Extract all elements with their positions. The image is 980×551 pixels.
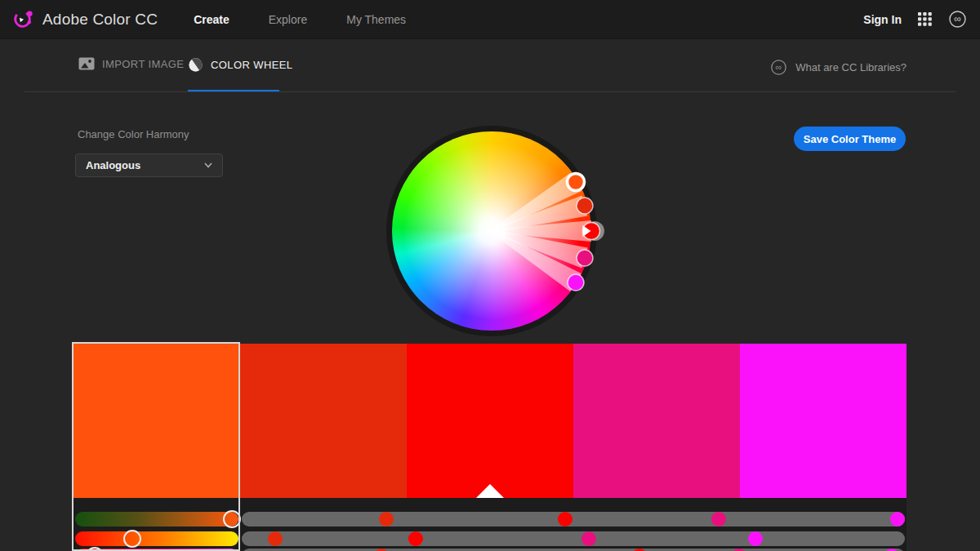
wheel-marker-5[interactable] [568,274,584,291]
wheel-marker-1[interactable] [568,174,585,191]
nav-item-explore[interactable]: Explore [269,13,307,26]
slider-dot-handle[interactable] [711,512,726,527]
slider-ring-handle[interactable] [223,510,241,528]
slider-dot-handle[interactable] [581,531,596,546]
harmony-dropdown[interactable]: Analogous [75,153,223,177]
swatch-3-base[interactable] [407,344,573,498]
color-wheel[interactable] [369,109,614,353]
cc-libraries-help-label: What are CC Libraries? [795,61,906,73]
tab-import-image-label: IMPORT IMAGE [102,58,184,70]
swatch-5[interactable] [740,344,906,498]
slider-panel [74,498,906,551]
theme-swatch-row [74,344,906,498]
slider-dot-handle[interactable] [408,531,423,546]
slider-track-row1[interactable] [242,512,905,527]
tab-color-wheel-label: COLOR WHEEL [211,59,292,71]
slider-dot-handle[interactable] [890,512,905,527]
slider-dot-handle[interactable] [558,512,572,527]
harmony-label: Change Color Harmony [78,128,189,140]
tab-divider [24,91,956,92]
svg-text:∞: ∞ [954,13,961,24]
slider-track-col1-row1[interactable] [75,512,238,527]
slider-dot-handle[interactable] [748,531,763,546]
creative-cloud-outline-icon: ∞ [770,59,787,76]
app-title: Adobe Color CC [42,11,158,29]
slider-row-2 [74,531,906,546]
wheel-marker-2[interactable] [577,198,593,214]
nav-item-create[interactable]: Create [194,13,229,26]
main-nav: Create Explore My Themes [194,13,406,26]
adobe-color-logo-icon[interactable] [11,8,33,30]
swatch-1[interactable] [74,344,240,498]
slider-ring-handle[interactable] [123,530,141,548]
swatch-4[interactable] [573,344,740,498]
sign-in-link[interactable]: Sign In [863,13,902,26]
svg-text:∞: ∞ [776,62,782,72]
nav-item-my-themes[interactable]: My Themes [346,13,406,26]
slider-dot-handle[interactable] [268,531,283,546]
slider-dot-handle[interactable] [379,512,394,527]
tab-import-image[interactable]: IMPORT IMAGE [78,57,184,70]
color-wheel-icon [188,57,203,73]
header-right: Sign In ∞ [863,10,980,29]
header-bar: Adobe Color CC Create Explore My Themes … [0,0,980,39]
cc-libraries-help-link[interactable]: ∞ What are CC Libraries? [770,59,906,76]
slider-ring-handle[interactable] [86,547,104,551]
base-color-pointer [476,484,504,498]
app-grid-icon[interactable] [918,12,932,26]
harmony-selected-value: Analogous [86,159,204,171]
tab-color-wheel[interactable]: COLOR WHEEL [188,57,292,73]
save-color-theme-button[interactable]: Save Color Theme [794,127,906,151]
creative-cloud-icon[interactable]: ∞ [948,10,967,29]
adobe-color-app: Adobe Color CC Create Explore My Themes … [0,0,980,551]
image-icon [78,57,95,70]
swatch-2[interactable] [240,344,407,498]
slider-track-col1-row2[interactable] [75,531,238,546]
slider-track-row2[interactable] [242,531,905,546]
chevron-down-icon [204,162,212,168]
slider-row-1 [74,512,906,527]
tab-bar: IMPORT IMAGE COLOR WHEEL ∞ What are CC L… [0,39,980,93]
wheel-marker-4[interactable] [577,250,593,266]
